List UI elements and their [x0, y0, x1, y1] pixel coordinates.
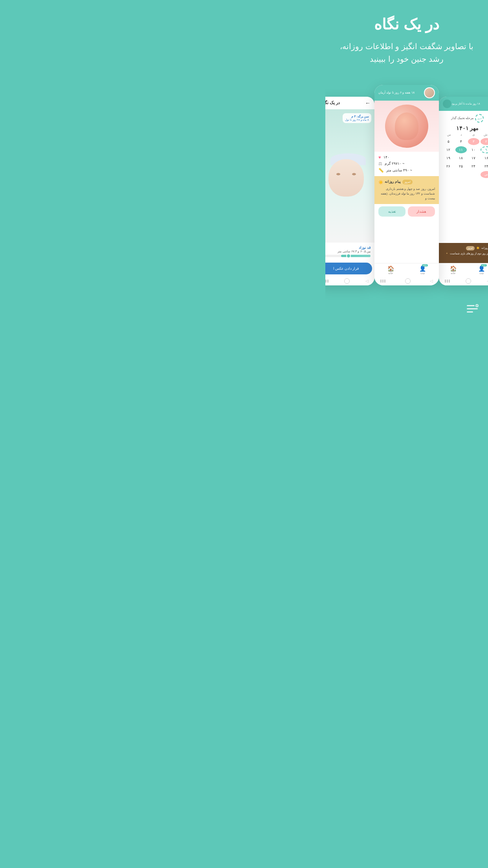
svg-rect-1 — [467, 308, 478, 309]
cal-day[interactable]: ۱۰ — [468, 146, 479, 153]
cal-day[interactable]: ۱۱ — [455, 146, 467, 153]
sub-title-line2: رشد جنین خود را ببینید — [370, 55, 443, 63]
home-icon[interactable] — [466, 278, 471, 284]
cal-day[interactable]: ۹ — [481, 146, 488, 153]
stage-text: مرحله تخمک گذار — [451, 116, 473, 120]
home-icon-mid[interactable] — [405, 278, 411, 284]
bottom-nav-left: 👤 ۹۱۲ چت 🏠 خانه — [439, 263, 488, 277]
bottom-nav-mid: 👤 ۹۳۷ چت 🏠 خانه — [374, 263, 439, 277]
daily-msg-header: پیام روزانه ☀️ امروز — [442, 246, 488, 250]
baby-age-text: سن برگه: ۳ م — [345, 115, 369, 118]
nutrition-button[interactable]: تغذیه — [378, 206, 405, 217]
cal-day[interactable]: ۴ — [455, 138, 467, 145]
chat-badge-mid: ۹۳۷ — [422, 264, 428, 267]
cal-day[interactable]: ۱۷ — [468, 154, 479, 162]
right-title: در یک نگاه — [325, 100, 340, 105]
stat-weight: ~ ۲۹۷۱۰ گرم ⚖ — [378, 161, 435, 166]
screen-right: ← در یک نگاه — [325, 97, 374, 285]
height-bar-container — [325, 255, 371, 257]
fetus-image-area — [374, 101, 439, 152]
nav-home-mid[interactable]: 🏠 خانه — [387, 265, 394, 275]
baby-photo-inner — [325, 109, 374, 243]
cal-grid: ۲ ۳ ۴ ۵ ۹ ۱۰ ۱۱ ۱۲ ۱۶ ۱۷ ۱۸ ۱۹ ۲۳ ۲۴ — [443, 138, 488, 178]
screen-middle: ۱۸ هفته و ۶ روز تا تولد آرمان ۱۴۰ ♥ ~ ۲۹… — [374, 85, 439, 285]
nav-chat-left[interactable]: 👤 ۹۱۲ چت — [478, 265, 485, 275]
header-section: در یک نگاه با تصاویر شگفت انگیز و اطلاعا… — [325, 0, 488, 77]
left-top-bar: ۱۸ روز مانده تا آغاز پریود — [439, 97, 488, 111]
daily-msg-left: پیام روزانه ☀️ امروز امروز روز دوم از رو… — [439, 243, 488, 263]
daily-msg-text-left: امروز روز دوم از روزهای باری شماست + فیل… — [442, 252, 488, 260]
sys-bar-left: ◁ — [439, 277, 488, 285]
page-wrapper: در یک نگاه با تصاویر شگفت انگیز و اطلاعا… — [325, 0, 488, 325]
cal-header: ش ی د س — [443, 133, 488, 136]
recent-icon-mid — [380, 280, 385, 283]
stat-height: ~ ۴۹۰ سانتی متر 📏 — [378, 168, 435, 173]
height-bar-fill — [341, 255, 371, 257]
cal-day[interactable]: ۳ — [468, 138, 479, 145]
mid-top-bar: ۱۸ هفته و ۶ روز تا تولد آرمان — [374, 85, 439, 101]
screens-container: ۱۸ روز مانده تا آغاز پریود امروز مرحله ت… — [325, 77, 488, 297]
daily-msg-mid: امروز پیام روزانه ☀️ امروز، روز صد و چهل… — [374, 176, 439, 204]
sun-icon: ☀️ — [476, 246, 480, 250]
cal-day[interactable]: س — [481, 171, 488, 178]
nav-home-label-mid: خانه — [388, 272, 393, 275]
logo-icon — [464, 301, 480, 317]
recent-icon-right — [325, 280, 328, 283]
svg-rect-0 — [467, 305, 475, 306]
sys-bar-mid: ◁ — [374, 277, 439, 285]
stat-heart: ۱۴۰ ♥ — [378, 155, 435, 160]
home-icon-right[interactable] — [344, 278, 350, 284]
cal-day[interactable]: ۲۶ — [443, 163, 454, 170]
back-icon-right: ◁ — [365, 279, 369, 283]
recent-icon — [445, 280, 450, 283]
mid-msg-header: امروز پیام روزانه ☀️ — [378, 179, 435, 185]
cal-day[interactable]: ۲۳ — [481, 163, 488, 170]
back-icon-mid: ◁ — [430, 279, 433, 283]
sub-title-line1: با تصاویر شگفت انگیز و اطلاعات روزانه، — [340, 42, 473, 51]
baby-photo-area: سن برگه: ۳ م ۸ ماه و ۲۸ روز تا تول — [325, 109, 374, 243]
height-label: قد نوزاد — [325, 246, 371, 250]
sub-title: با تصاویر شگفت انگیز و اطلاعات روزانه، ر… — [333, 40, 480, 65]
baby-days-text: ۸ ماه و ۲۸ روز تا تول — [345, 118, 369, 121]
calendar-month: مهر ۱۴۰۱ — [443, 125, 488, 131]
bottom-buttons-mid: هشدار تغذیه — [374, 204, 439, 219]
stage-circle: امروز — [475, 114, 484, 123]
calendar-section: امروز مرحله تخمک گذار مهر ۱۴۰۱ ش ی د س ۲… — [439, 111, 488, 243]
main-title: در یک نگاه — [333, 16, 480, 34]
screen-left: ۱۸ روز مانده تا آغاز پریود امروز مرحله ت… — [439, 97, 488, 285]
right-arrow[interactable]: ← — [365, 100, 371, 106]
mid-daily-text: امروز، روز صد و چهل و هشتم بارداری شماست… — [378, 187, 435, 201]
cal-day[interactable]: ۲۵ — [455, 163, 467, 170]
cal-day[interactable]: ۲ — [481, 138, 488, 145]
nav-chat-label-left: چت — [479, 272, 484, 275]
nav-chat-mid[interactable]: 👤 ۹۳۷ چت — [419, 265, 426, 275]
height-icon: 📏 — [378, 168, 384, 173]
weight-icon: ⚖ — [378, 161, 382, 166]
height-info: قد نوزاد بین ۶۰.۵ و ۶۷.۳ سانتی متر — [325, 243, 374, 260]
today-badge-mid: امروز — [402, 180, 413, 185]
heart-icon: ♥ — [378, 155, 381, 160]
height-value: بین ۶۰.۵ و ۶۷.۳ سانتی متر — [325, 250, 371, 253]
cal-day[interactable]: ۵ — [443, 138, 454, 145]
add-photo-button[interactable]: قرار دادن عکس ا — [325, 263, 372, 274]
cal-day[interactable]: ۱۹ — [443, 154, 454, 162]
cal-day[interactable]: ۱۸ — [455, 154, 467, 162]
mid-avatar — [424, 87, 435, 98]
cal-day[interactable]: ۱۶ — [481, 154, 488, 162]
chat-badge-left: ۹۱۲ — [481, 264, 487, 267]
nav-home-left[interactable]: 🏠 خانه — [450, 265, 457, 275]
daily-msg-title-left: پیام روزانه — [481, 246, 488, 250]
sun-icon-mid: ☀️ — [378, 179, 383, 185]
left-top-bar-text: ۱۸ روز مانده تا آغاز پریود — [451, 102, 480, 105]
sys-bar-right: ◁ — [325, 277, 374, 285]
bottom-logo — [325, 297, 488, 325]
stats-row: ۱۴۰ ♥ ~ ۲۹۷۱۰ گرم ⚖ ~ ۴۹۰ سانتی متر 📏 — [374, 152, 439, 176]
cal-day[interactable]: ۱۲ — [443, 146, 454, 153]
baby-info-overlay: سن برگه: ۳ م ۸ ماه و ۲۸ روز تا تول — [343, 113, 371, 123]
stage-badge: امروز مرحله تخمک گذار — [443, 114, 488, 123]
cal-day[interactable]: ۲۴ — [468, 163, 479, 170]
today-badge-left: امروز — [466, 246, 475, 250]
nav-chat-label-mid: چت — [420, 272, 425, 275]
warning-button[interactable]: هشدار — [408, 206, 435, 217]
mid-msg-title: پیام روزانه — [385, 179, 401, 185]
